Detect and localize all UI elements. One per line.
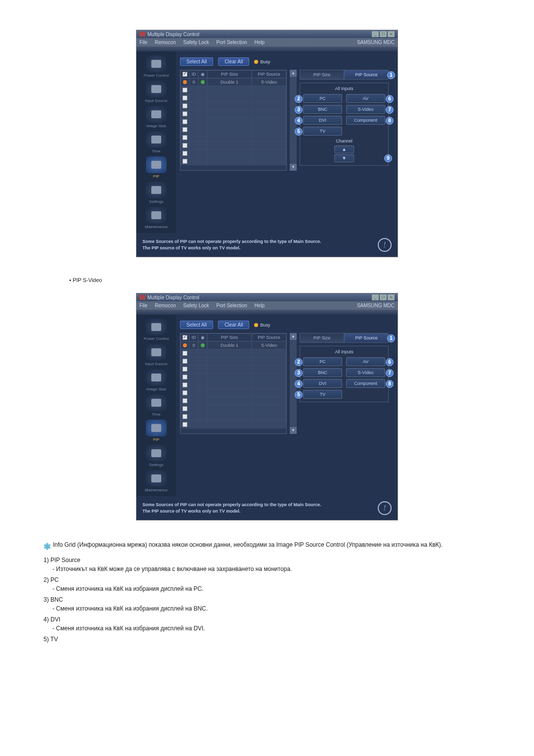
table-row[interactable] <box>180 389 286 397</box>
table-row[interactable] <box>180 373 286 381</box>
table-row[interactable] <box>180 357 286 365</box>
source-icon <box>151 85 161 93</box>
menu-safety-lock[interactable]: Safety Lock <box>183 40 209 45</box>
channel-up[interactable]: ▲ <box>334 145 354 153</box>
close-button[interactable]: × <box>388 294 395 300</box>
footer-note: Some Sources of PIP can not operate prop… <box>136 496 398 520</box>
nav-power-control[interactable]: Power Control <box>139 319 173 341</box>
input-bnc[interactable]: 3BNC <box>303 368 342 377</box>
table-row[interactable] <box>180 421 286 428</box>
channel-label: Channel <box>303 139 385 143</box>
notes: ✱ Info Grid (Информационна мрежа) показв… <box>40 540 494 644</box>
table-row[interactable] <box>180 118 286 126</box>
input-av[interactable]: AV6 <box>346 94 385 103</box>
input-svideo[interactable]: S-Video7 <box>346 368 385 377</box>
menu-file[interactable]: File <box>139 303 147 308</box>
input-pc[interactable]: 2PC <box>303 94 342 103</box>
table-row[interactable] <box>180 94 286 102</box>
pip-icon <box>151 424 161 432</box>
menu-remocon[interactable]: Remocon <box>155 40 176 45</box>
clear-all-button[interactable]: Clear All <box>218 321 249 329</box>
table-row[interactable]: 0 Double 1 S-Video <box>180 341 286 349</box>
minimize-button[interactable]: _ <box>372 294 379 300</box>
scroll-down-icon[interactable]: ▼ <box>290 164 297 171</box>
table-row[interactable] <box>180 86 286 94</box>
gear-icon <box>151 186 161 194</box>
table-row[interactable] <box>180 413 286 421</box>
minimize-button[interactable]: _ <box>372 31 379 37</box>
nav-time[interactable]: Time <box>139 131 173 153</box>
status-dot-icon <box>201 80 205 84</box>
nav-settings[interactable]: Settings <box>139 445 173 467</box>
menu-port-selection[interactable]: Port Selection <box>217 40 247 45</box>
tab-pip-source[interactable]: PIP Source 1 <box>344 70 389 80</box>
maximize-button[interactable]: □ <box>380 31 387 37</box>
info-icon: ! <box>378 501 392 515</box>
tab-pip-source[interactable]: PIP Source 1 <box>344 333 389 343</box>
maint-icon <box>151 211 161 219</box>
menu-remocon[interactable]: Remocon <box>155 303 176 308</box>
nav-image-size[interactable]: Image Size <box>139 369 173 391</box>
scroll-up-icon[interactable]: ▲ <box>290 70 297 77</box>
header-pip-source: PIP Source <box>252 70 286 78</box>
all-inputs-label: All Inputs <box>303 349 385 354</box>
table-row[interactable] <box>180 157 286 165</box>
input-component[interactable]: Component8 <box>346 379 385 388</box>
input-component[interactable]: Component8 <box>346 116 385 125</box>
maximize-button[interactable]: □ <box>380 294 387 300</box>
select-all-button[interactable]: Select All <box>180 321 213 329</box>
menu-help[interactable]: Help <box>255 303 265 308</box>
scroll-down-icon[interactable]: ▼ <box>290 427 297 434</box>
table-row[interactable] <box>180 102 286 110</box>
nav-image-size[interactable]: Image Size <box>139 106 173 128</box>
input-tv[interactable]: 5TV <box>303 127 342 136</box>
table-row[interactable] <box>180 365 286 373</box>
header-checkbox[interactable] <box>182 72 187 77</box>
nav-settings[interactable]: Settings <box>139 182 173 204</box>
table-row[interactable] <box>180 149 286 157</box>
table-row[interactable] <box>180 134 286 142</box>
table-row[interactable] <box>180 381 286 389</box>
table-row[interactable]: 0 Double 1 S-Video <box>180 78 286 86</box>
input-tv[interactable]: 5TV <box>303 390 342 399</box>
row-check-icon <box>183 80 187 84</box>
clear-all-button[interactable]: Clear All <box>218 57 249 66</box>
scroll-up-icon[interactable]: ▲ <box>290 333 297 340</box>
nav-power-control[interactable]: Power Control <box>139 55 173 78</box>
nav-input-source[interactable]: Input Source <box>139 81 173 103</box>
channel-down[interactable]: ▼ <box>334 154 354 162</box>
tab-pip-size[interactable]: PIP Size <box>300 70 344 80</box>
pip-icon <box>151 161 161 169</box>
input-dvi[interactable]: 4DVI <box>303 116 342 125</box>
sidebar: Power Control Input Source Image Size Ti… <box>136 51 176 233</box>
nav-pip[interactable]: PIP <box>139 420 173 442</box>
gear-icon <box>151 449 161 457</box>
badge-1: 1 <box>387 71 395 79</box>
table-row[interactable] <box>180 349 286 357</box>
table-row[interactable] <box>180 142 286 149</box>
header-checkbox[interactable] <box>182 335 187 340</box>
nav-maintenance[interactable]: Maintenance <box>139 470 173 492</box>
input-bnc[interactable]: 3BNC <box>303 105 342 114</box>
nav-input-source[interactable]: Input Source <box>139 344 173 366</box>
table-row[interactable] <box>180 126 286 134</box>
table-row[interactable] <box>180 110 286 118</box>
menu-file[interactable]: File <box>139 40 147 45</box>
nav-time[interactable]: Time <box>139 394 173 417</box>
tab-pip-size[interactable]: PIP Size <box>300 333 344 343</box>
source-icon <box>151 348 161 356</box>
close-button[interactable]: × <box>388 31 395 37</box>
menu-safety-lock[interactable]: Safety Lock <box>183 303 209 308</box>
menu-port-selection[interactable]: Port Selection <box>217 303 247 308</box>
nav-pip[interactable]: PIP <box>139 156 173 179</box>
table-row[interactable] <box>180 405 286 413</box>
select-all-button[interactable]: Select All <box>180 57 213 66</box>
table-row[interactable] <box>180 397 286 405</box>
busy-dot-icon <box>254 323 258 327</box>
menu-help[interactable]: Help <box>255 40 265 45</box>
input-dvi[interactable]: 4DVI <box>303 379 342 388</box>
nav-maintenance[interactable]: Maintenance <box>139 207 173 229</box>
input-pc[interactable]: 2PC <box>303 357 342 366</box>
input-svideo[interactable]: S-Video7 <box>346 105 385 114</box>
input-av[interactable]: AV6 <box>346 357 385 366</box>
